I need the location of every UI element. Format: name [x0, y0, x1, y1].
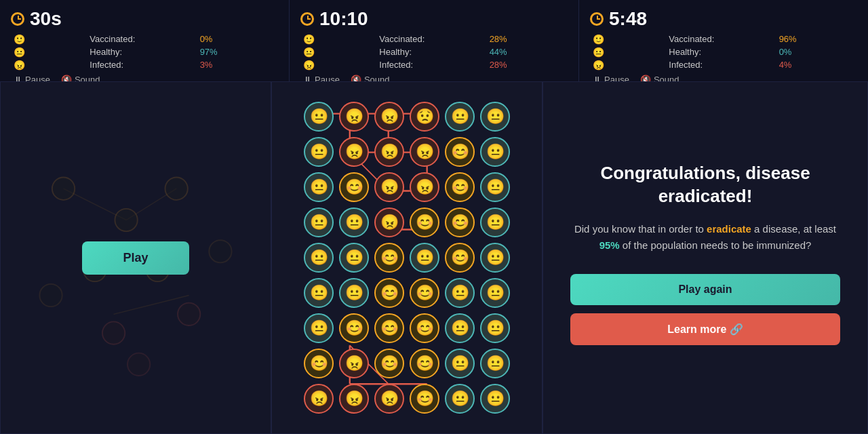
face-node: 😠 [374, 137, 404, 167]
face-node: 😊 [374, 243, 404, 273]
svg-point-10 [102, 321, 125, 344]
face-node: 😐 [480, 349, 510, 378]
vaccinated-icon-3: 🙂 [593, 34, 665, 45]
healthy-icon-3: 😐 [593, 47, 665, 58]
face-node: 😐 [445, 278, 475, 308]
infected-icon-3: 😠 [593, 60, 665, 71]
healthy-value-3: 0% [779, 47, 857, 58]
face-node: 😐 [304, 137, 334, 167]
panel-start: Play [0, 81, 271, 434]
infected-value-1: 3% [200, 60, 278, 71]
panel3-header: 5:48 🙂 Vaccinated: 96% 😐 Healthy: 0% 😠 I… [579, 0, 868, 81]
face-node: 😠 [410, 172, 439, 202]
eradicate-highlight: eradicate [707, 223, 751, 235]
infected-icon-1: 😠 [14, 60, 85, 71]
svg-point-5 [115, 209, 137, 231]
stats-2: 🙂 Vaccinated: 28% 😐 Healthy: 44% 😠 Infec… [303, 34, 568, 71]
face-node: 😊 [445, 208, 475, 237]
panel1-header: 30s 🙂 Vaccinated: 0% 😐 Healthy: 97% 😠 In… [0, 0, 290, 81]
face-node: 😊 [339, 172, 369, 202]
face-node: 😊 [445, 243, 475, 273]
healthy-icon-1: 😐 [14, 47, 85, 58]
face-node: 😠 [374, 102, 404, 132]
timer-icon-3 [590, 12, 604, 26]
vaccinated-icon-2: 🙂 [303, 34, 375, 45]
svg-point-13 [127, 353, 150, 376]
face-node: 😟 [410, 102, 439, 132]
learn-more-button[interactable]: Learn more 🔗 [570, 313, 840, 345]
infected-label-2: Infected: [379, 60, 485, 71]
face-node: 😠 [304, 384, 334, 414]
face-node: 😐 [304, 102, 334, 132]
face-node: 😠 [410, 137, 439, 167]
face-node: 😐 [480, 384, 510, 414]
timer-3: 5:48 [609, 8, 647, 30]
congrats-desc: Did you know that in order to eradicate … [570, 221, 840, 254]
face-node: 😊 [410, 278, 439, 308]
face-node: 😠 [339, 137, 369, 167]
healthy-icon-2: 😐 [303, 47, 375, 58]
healthy-label-1: Healthy: [90, 47, 195, 58]
timer-icon-1 [11, 12, 24, 26]
infected-icon-2: 😠 [303, 60, 375, 71]
face-node: 😊 [374, 313, 404, 343]
timer-2: 10:10 [319, 8, 368, 30]
face-node: 😐 [480, 208, 510, 237]
vaccinated-label-1: Vaccinated: [90, 34, 195, 45]
panel2-header: 10:10 🙂 Vaccinated: 28% 😐 Healthy: 44% 😠… [290, 0, 579, 81]
face-node: 😐 [304, 313, 334, 343]
face-node: 😐 [480, 137, 510, 167]
face-node: 😊 [410, 384, 439, 414]
face-node: 😐 [445, 313, 475, 343]
face-node: 😐 [304, 278, 334, 308]
panel-game: 😐 😠 😠 😟 😐 😐 😐 😠 😠 😠 😊 😐 😐 😊 😠 😠 😊 [271, 81, 542, 434]
face-node: 😐 [304, 172, 334, 202]
face-node: 😊 [410, 208, 439, 237]
face-node: 😐 [410, 243, 439, 273]
face-node: 😊 [339, 313, 369, 343]
timer-icon-2 [300, 12, 314, 26]
game-grid: 😐 😠 😠 😟 😐 😐 😐 😠 😠 😠 😊 😐 😐 😊 😠 😠 😊 [290, 88, 524, 427]
face-node: 😊 [410, 313, 439, 343]
face-node: 😐 [339, 278, 369, 308]
svg-point-11 [209, 240, 231, 262]
congrats-title: Congratulations, disease eradicated! [570, 162, 840, 208]
stats-3: 🙂 Vaccinated: 96% 😐 Healthy: 0% 😠 Infect… [593, 34, 857, 71]
face-node: 😐 [480, 313, 510, 343]
svg-point-12 [39, 284, 62, 307]
healthy-value-2: 44% [490, 47, 568, 58]
infected-value-2: 28% [490, 60, 568, 71]
play-button[interactable]: Play [82, 241, 189, 275]
vaccinated-icon-1: 🙂 [14, 34, 85, 45]
face-node: 😐 [480, 172, 510, 202]
game-grid-wrapper: 😐 😠 😠 😟 😐 😐 😐 😠 😠 😠 😊 😐 😐 😊 😠 😠 😊 [290, 88, 524, 427]
percent-highlight: 95% [599, 239, 620, 251]
face-node: 😠 [339, 102, 369, 132]
face-node: 😐 [304, 243, 334, 273]
face-node: 😐 [480, 243, 510, 273]
infected-label-3: Infected: [669, 60, 774, 71]
vaccinated-value-3: 96% [779, 34, 857, 45]
healthy-value-1: 97% [200, 47, 278, 58]
vaccinated-value-2: 28% [490, 34, 568, 45]
face-node: 😠 [339, 349, 369, 378]
vaccinated-label-3: Vaccinated: [669, 34, 774, 45]
face-node: 😐 [339, 208, 369, 237]
face-node: 😠 [339, 384, 369, 414]
play-again-button[interactable]: Play again [570, 274, 840, 305]
face-node: 😐 [480, 278, 510, 308]
face-node: 😐 [445, 384, 475, 414]
face-node: 😐 [445, 102, 475, 132]
infected-value-3: 4% [779, 60, 857, 71]
face-node: 😐 [445, 349, 475, 378]
svg-point-9 [178, 303, 200, 326]
face-node: 😊 [445, 137, 475, 167]
timer-1: 30s [30, 8, 62, 30]
infected-label-1: Infected: [90, 60, 195, 71]
face-node: 😐 [304, 208, 334, 237]
svg-point-6 [165, 178, 188, 200]
face-node: 😠 [374, 172, 404, 202]
face-node: 😊 [445, 172, 475, 202]
vaccinated-label-2: Vaccinated: [379, 34, 485, 45]
face-node: 😠 [374, 384, 404, 414]
